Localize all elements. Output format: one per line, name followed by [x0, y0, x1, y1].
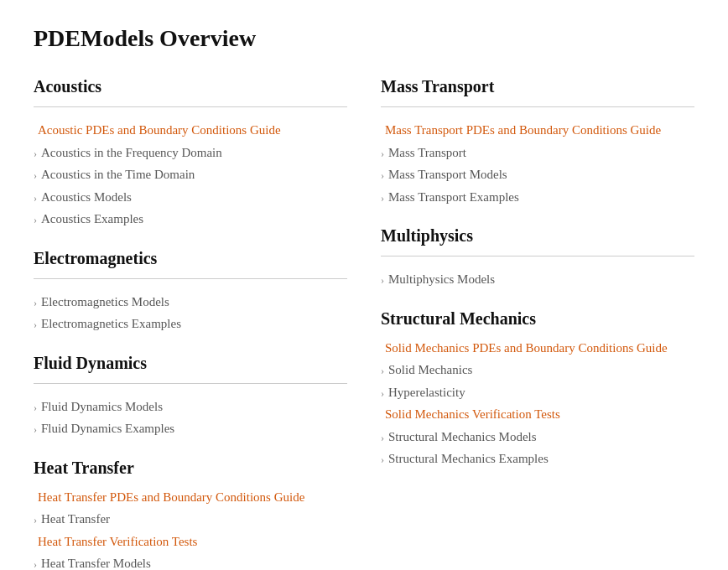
chevron-icon: ›	[381, 168, 384, 183]
nav-link[interactable]: Acoustics Models	[41, 188, 132, 207]
list-item: Heat Transfer PDEs and Boundary Conditio…	[34, 488, 347, 507]
link-list-heat-transfer: Heat Transfer PDEs and Boundary Conditio…	[34, 488, 347, 571]
nav-link[interactable]: Heat Transfer Models	[41, 554, 151, 570]
list-item: ›Acoustics in the Frequency Domain	[34, 143, 347, 163]
section-acoustics: Acoustics Acoustic PDEs and Boundary Con…	[34, 77, 347, 229]
section-heat-transfer: Heat Transfer Heat Transfer PDEs and Bou…	[34, 459, 347, 571]
link-list-structural-mechanics: Solid Mechanics PDEs and Boundary Condit…	[381, 339, 694, 469]
nav-link[interactable]: Mass Transport Examples	[388, 188, 519, 207]
main-content: Acoustics Acoustic PDEs and Boundary Con…	[34, 77, 694, 570]
chevron-icon: ›	[34, 146, 37, 161]
nav-link[interactable]: Acoustics Examples	[41, 210, 143, 229]
list-item: ›Mass Transport	[381, 143, 694, 163]
list-item: Heat Transfer Verification Tests	[34, 532, 347, 552]
nav-link[interactable]: Structural Mechanics Examples	[388, 449, 549, 469]
list-item: ›Fluid Dynamics Examples	[34, 419, 347, 438]
section-multiphysics: Multiphysics›Multiphysics Models	[381, 226, 694, 289]
chevron-icon: ›	[34, 557, 37, 570]
page-title: PDEModels Overview	[34, 25, 694, 52]
chevron-icon: ›	[34, 317, 37, 332]
list-item: ›Acoustics Examples	[34, 210, 347, 229]
nav-link[interactable]: Solid Mechanics PDEs and Boundary Condit…	[385, 339, 668, 358]
nav-link[interactable]: Mass Transport	[388, 143, 466, 163]
section-title-electromagnetics: Electromagnetics	[34, 249, 347, 272]
nav-link[interactable]: Structural Mechanics Models	[388, 428, 537, 447]
section-structural-mechanics: Structural Mechanics Solid Mechanics PDE…	[381, 309, 694, 469]
nav-link[interactable]: Fluid Dynamics Models	[41, 397, 163, 417]
left-column: Acoustics Acoustic PDEs and Boundary Con…	[34, 77, 347, 570]
list-item: ›Acoustics Models	[34, 188, 347, 207]
chevron-icon: ›	[34, 190, 37, 205]
chevron-icon: ›	[381, 430, 384, 445]
list-item: ›Heat Transfer Models	[34, 554, 347, 570]
chevron-icon: ›	[381, 363, 384, 378]
nav-link[interactable]: Fluid Dynamics Examples	[41, 419, 174, 438]
nav-link[interactable]: Heat Transfer	[41, 510, 110, 529]
nav-link[interactable]: Solid Mechanics	[388, 360, 472, 380]
list-item: ›Hyperelasticity	[381, 383, 694, 402]
chevron-icon: ›	[34, 168, 37, 183]
list-item: ›Acoustics in the Time Domain	[34, 165, 347, 184]
list-item: Acoustic PDEs and Boundary Conditions Gu…	[34, 121, 347, 140]
link-list-acoustics: Acoustic PDEs and Boundary Conditions Gu…	[34, 121, 347, 229]
list-item: ›Mass Transport Examples	[381, 188, 694, 207]
nav-link[interactable]: Electromagnetics Examples	[41, 314, 181, 334]
link-list-fluid-dynamics: ›Fluid Dynamics Models›Fluid Dynamics Ex…	[34, 397, 347, 438]
section-divider-mass-transport	[381, 106, 694, 107]
nav-link[interactable]: Electromagnetics Models	[41, 293, 169, 312]
section-title-mass-transport: Mass Transport	[381, 77, 694, 100]
chevron-icon: ›	[34, 295, 37, 310]
list-item: Solid Mechanics PDEs and Boundary Condit…	[381, 339, 694, 358]
chevron-icon: ›	[381, 452, 384, 467]
section-title-structural-mechanics: Structural Mechanics	[381, 309, 694, 332]
list-item: ›Electromagnetics Examples	[34, 314, 347, 334]
chevron-icon: ›	[381, 190, 384, 205]
link-list-multiphysics: ›Multiphysics Models	[381, 270, 694, 289]
list-item: ›Solid Mechanics	[381, 360, 694, 380]
nav-link[interactable]: Multiphysics Models	[388, 270, 495, 289]
nav-link[interactable]: Heat Transfer Verification Tests	[38, 532, 197, 552]
section-divider-electromagnetics	[34, 278, 347, 279]
right-column: Mass Transport Mass Transport PDEs and B…	[381, 77, 694, 570]
list-item: ›Structural Mechanics Examples	[381, 449, 694, 469]
section-title-acoustics: Acoustics	[34, 77, 347, 100]
nav-link[interactable]: Acoustics in the Frequency Domain	[41, 143, 222, 163]
list-item: Solid Mechanics Verification Tests	[381, 405, 694, 424]
chevron-icon: ›	[34, 422, 37, 437]
nav-link[interactable]: Acoustic PDEs and Boundary Conditions Gu…	[38, 121, 281, 140]
section-electromagnetics: Electromagnetics›Electromagnetics Models…	[34, 249, 347, 334]
chevron-icon: ›	[34, 212, 37, 227]
nav-link[interactable]: Hyperelasticity	[388, 383, 465, 402]
section-title-fluid-dynamics: Fluid Dynamics	[34, 354, 347, 376]
section-title-multiphysics: Multiphysics	[381, 226, 694, 249]
list-item: ›Heat Transfer	[34, 510, 347, 529]
list-item: ›Multiphysics Models	[381, 270, 694, 289]
list-item: ›Fluid Dynamics Models	[34, 397, 347, 417]
section-divider-fluid-dynamics	[34, 383, 347, 384]
list-item: ›Electromagnetics Models	[34, 293, 347, 312]
chevron-icon: ›	[34, 512, 37, 527]
nav-link[interactable]: Solid Mechanics Verification Tests	[385, 405, 560, 424]
nav-link[interactable]: Mass Transport PDEs and Boundary Conditi…	[385, 121, 661, 140]
link-list-electromagnetics: ›Electromagnetics Models›Electromagnetic…	[34, 293, 347, 334]
section-mass-transport: Mass Transport Mass Transport PDEs and B…	[381, 77, 694, 206]
link-list-mass-transport: Mass Transport PDEs and Boundary Conditi…	[381, 121, 694, 206]
section-title-heat-transfer: Heat Transfer	[34, 459, 347, 481]
chevron-icon: ›	[381, 146, 384, 161]
chevron-icon: ›	[381, 272, 384, 288]
list-item: ›Mass Transport Models	[381, 165, 694, 184]
chevron-icon: ›	[381, 386, 384, 401]
section-divider-acoustics	[34, 106, 347, 107]
nav-link[interactable]: Acoustics in the Time Domain	[41, 165, 195, 184]
nav-link[interactable]: Heat Transfer PDEs and Boundary Conditio…	[38, 488, 304, 507]
chevron-icon: ›	[34, 400, 37, 415]
section-divider-multiphysics	[381, 256, 694, 256]
nav-link[interactable]: Mass Transport Models	[388, 165, 507, 184]
list-item: Mass Transport PDEs and Boundary Conditi…	[381, 121, 694, 140]
list-item: ›Structural Mechanics Models	[381, 428, 694, 447]
section-fluid-dynamics: Fluid Dynamics›Fluid Dynamics Models›Flu…	[34, 354, 347, 438]
